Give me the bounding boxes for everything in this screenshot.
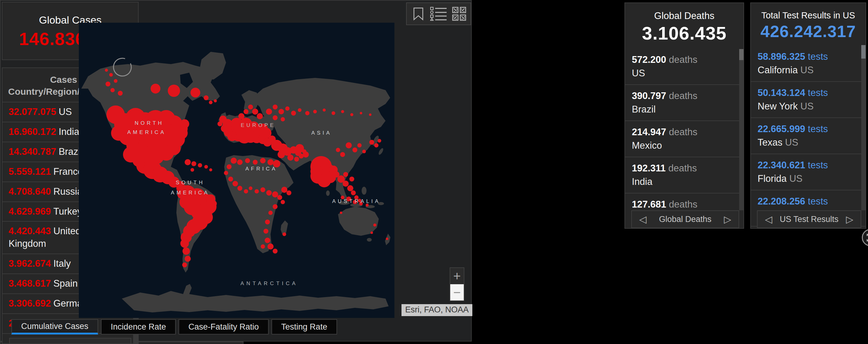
case-value: 3.468.617 [8, 278, 51, 289]
death-row-mexico[interactable]: 214.947 deaths Mexico [625, 121, 743, 157]
test-country: US [801, 101, 814, 112]
global-deaths-title: Global Deaths [625, 10, 743, 22]
case-value: 3.962.674 [8, 258, 51, 269]
death-value: 390.797 [632, 90, 666, 101]
test-unit: tests [808, 196, 828, 207]
map-label-south: SOUTH [176, 180, 205, 186]
case-label: US [59, 106, 72, 117]
test-row-florida[interactable]: 22.340.621 tests Florida US [751, 154, 866, 190]
map-attribution: Esri, FAO, NOAA [402, 304, 472, 316]
map-layer-tabs: Cumulative Cases Incidence Rate Case-Fat… [11, 319, 337, 335]
test-country: US [785, 137, 798, 148]
test-value: 22.665.999 [757, 124, 805, 134]
death-row-us[interactable]: 572.200 deaths US [625, 49, 743, 84]
case-label: India [59, 126, 79, 137]
cases-pager-clipped[interactable]: ◁ ▷ [9, 338, 131, 343]
pager-prev-icon[interactable]: ◁ [23, 342, 29, 343]
expand-arrows-icon [866, 233, 868, 242]
map-label-africa: AFRICA [245, 166, 277, 172]
death-unit: deaths [669, 127, 698, 137]
case-label: Italy [53, 258, 71, 269]
test-row-texas[interactable]: 22.665.999 tests Texas US [751, 118, 866, 154]
death-row-brazil[interactable]: 390.797 deaths Brazil [625, 84, 743, 121]
test-value: 22.340.621 [757, 160, 805, 170]
test-row-california[interactable]: 58.896.325 tests California US [751, 46, 866, 81]
test-state: Florida [757, 173, 787, 184]
map-label-north: NORTH [135, 120, 164, 126]
covid-dashboard: Global Cases 146.836.524 Cases by Countr… [0, 0, 868, 344]
deaths-pager-label: Global Deaths [659, 215, 711, 224]
us-tests-title: Total Test Results in US [751, 10, 866, 21]
map-label-america-south: AMERICA [171, 190, 210, 196]
test-country: US [789, 173, 802, 184]
pager-next-icon[interactable]: ▷ [724, 214, 731, 225]
map-label-america-north: AMERICA [127, 129, 166, 135]
zoom-out-button[interactable]: − [450, 284, 464, 301]
death-value: 192.311 [632, 163, 665, 174]
tests-pager: ◁ US Test Results ▷ [757, 210, 861, 228]
death-unit: deaths [669, 54, 698, 65]
test-value: 50.143.124 [757, 87, 805, 98]
pager-prev-icon[interactable]: ◁ [639, 214, 647, 225]
deaths-list: 572.200 deaths US 390.797 deaths Brazil … [625, 49, 743, 229]
tests-pager-label: US Test Results [780, 215, 839, 224]
test-value: 22.208.256 [757, 196, 805, 207]
tests-scrollbar-track[interactable] [861, 45, 866, 210]
bookmark-icon[interactable] [409, 5, 427, 22]
test-country: US [801, 65, 814, 75]
death-row-india[interactable]: 192.311 deaths India [625, 157, 743, 193]
tests-list: 58.896.325 tests California US 50.143.12… [751, 46, 866, 229]
case-value: 5.559.121 [8, 166, 51, 177]
death-unit: deaths [669, 90, 698, 101]
global-deaths-value: 3.106.435 [625, 23, 743, 44]
death-region: US [632, 66, 733, 80]
pager-prev-icon[interactable]: ◁ [765, 214, 772, 225]
test-value: 58.896.325 [757, 51, 805, 62]
death-value: 214.947 [632, 127, 666, 137]
tab-testing-rate[interactable]: Testing Rate [272, 319, 337, 335]
tab-case-fatality-ratio[interactable]: Case-Fatality Ratio [179, 319, 269, 335]
deaths-scrollbar-thumb[interactable] [739, 49, 743, 60]
pager-next-icon[interactable]: ▷ [846, 214, 853, 225]
map-toolbar [406, 2, 471, 25]
case-value: 16.960.172 [8, 126, 56, 137]
pager-next-icon[interactable]: ▷ [111, 342, 117, 343]
zoom-in-button[interactable]: + [450, 268, 464, 284]
case-label: Russia [53, 186, 83, 197]
test-row-new-york[interactable]: 50.143.124 tests New York US [751, 81, 866, 118]
case-value: 4.708.640 [8, 186, 51, 197]
map-label-asia: ASIA [311, 130, 332, 136]
death-unit: deaths [668, 163, 697, 174]
map-zoom-control: + − [450, 268, 464, 301]
map-label-australia: AUSTRALIA [332, 198, 380, 204]
test-unit: tests [808, 51, 828, 62]
case-label: Turkey [53, 206, 82, 217]
legend-icon[interactable] [430, 5, 447, 22]
deaths-pager: ◁ Global Deaths ▷ [631, 210, 739, 228]
case-value: 14.340.787 [8, 146, 56, 157]
map-label-europe: EUROPE [241, 122, 276, 128]
test-unit: tests [808, 87, 828, 98]
case-label: France [53, 166, 83, 177]
test-state: California [757, 65, 798, 75]
tests-scrollbar-thumb[interactable] [861, 45, 866, 59]
deaths-scrollbar-track[interactable] [739, 49, 743, 210]
case-value: 4.420.443 [8, 226, 51, 237]
case-label: Spain [53, 278, 78, 289]
map-label-antarctica: ANTARCTICA [241, 281, 298, 286]
tab-cumulative-cases[interactable]: Cumulative Cases [11, 319, 98, 335]
test-unit: tests [808, 124, 828, 134]
expand-button[interactable] [862, 229, 868, 246]
us-tests-panel: Total Test Results in US 426.242.317 58.… [750, 2, 866, 229]
death-region: India [632, 175, 733, 189]
case-value: 32.077.075 [8, 106, 56, 117]
basemap-icon[interactable] [450, 5, 468, 22]
us-tests-value: 426.242.317 [751, 22, 866, 41]
tab-incidence-rate[interactable]: Incidence Rate [101, 319, 176, 335]
death-value: 572.200 [632, 54, 666, 65]
death-region: Brazil [632, 103, 733, 116]
test-state: New York [757, 101, 798, 112]
death-unit: deaths [669, 199, 698, 210]
global-deaths-panel: Global Deaths 3.106.435 572.200 deaths U… [624, 2, 744, 229]
death-value: 127.681 [632, 199, 666, 210]
